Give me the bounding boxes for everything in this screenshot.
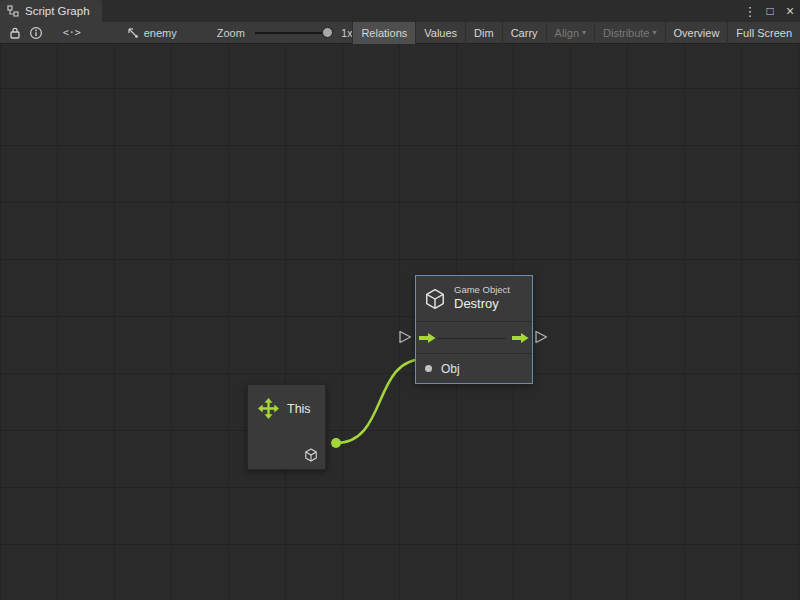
maximize-button[interactable]: □ xyxy=(760,0,780,22)
edge-this-to-destroy[interactable] xyxy=(336,359,424,443)
titlebar-spacer xyxy=(102,0,740,22)
control-output-triangle-port[interactable] xyxy=(536,332,547,343)
dim-button[interactable]: Dim xyxy=(465,22,502,44)
graph-tab-icon xyxy=(7,5,19,17)
values-button[interactable]: Values xyxy=(415,22,465,44)
zoom-label: Zoom xyxy=(217,27,245,39)
this-node-title: This xyxy=(287,402,311,416)
graph-breadcrumb[interactable]: enemy xyxy=(126,26,177,39)
graph-canvas[interactable]: This Game Object Destroy xyxy=(0,44,800,600)
toolbar-buttons: Relations Values Dim Carry Align▾ Distri… xyxy=(352,22,800,44)
obj-input-port[interactable] xyxy=(425,365,432,372)
obj-input-row: Obj xyxy=(416,353,532,383)
align-dropdown-button: Align▾ xyxy=(546,22,594,44)
flow-relation-line xyxy=(437,338,506,339)
destroy-node-supertitle: Game Object xyxy=(454,284,510,296)
carry-button[interactable]: Carry xyxy=(502,22,546,44)
node-this[interactable]: This xyxy=(247,384,326,470)
graph-inspector-toggle-button[interactable]: <·> xyxy=(63,27,88,38)
full-screen-button[interactable]: Full Screen xyxy=(727,22,800,44)
flow-output-arrow-icon[interactable] xyxy=(512,332,529,344)
info-icon xyxy=(29,26,43,40)
graph-name-label: enemy xyxy=(144,27,177,39)
lock-icon xyxy=(9,26,21,40)
window-menu-button[interactable]: ⋮ xyxy=(740,0,760,22)
edges-layer xyxy=(0,44,800,600)
this-output-cube[interactable] xyxy=(304,448,318,462)
this-node-header: This xyxy=(248,385,325,419)
zoom-slider[interactable] xyxy=(255,22,333,44)
control-input-triangle-port[interactable] xyxy=(400,332,411,343)
close-button[interactable]: × xyxy=(780,0,800,22)
overview-button[interactable]: Overview xyxy=(665,22,728,44)
zoom-value: 1x xyxy=(341,27,352,39)
titlebar: Script Graph ⋮ □ × xyxy=(0,0,800,22)
tab-label: Script Graph xyxy=(25,5,90,17)
lock-button[interactable] xyxy=(4,22,25,44)
info-button[interactable] xyxy=(25,22,46,44)
this-output-port[interactable] xyxy=(331,438,341,448)
flow-input-arrow-icon[interactable] xyxy=(419,332,436,344)
relations-button[interactable]: Relations xyxy=(352,22,415,44)
node-destroy[interactable]: Game Object Destroy Obj xyxy=(415,275,533,384)
move-arrows-icon xyxy=(258,398,279,419)
graph-pointer-icon xyxy=(126,26,139,39)
destroy-node-title: Destroy xyxy=(454,296,510,312)
distribute-dropdown-button: Distribute▾ xyxy=(594,22,664,44)
toolbar: <·> enemy Zoom 1x Relations Values Dim C… xyxy=(0,22,800,44)
tab-script-graph[interactable]: Script Graph xyxy=(0,0,102,22)
cube-icon xyxy=(304,448,318,465)
zoom-slider-knob[interactable] xyxy=(322,27,333,38)
destroy-node-titles: Game Object Destroy xyxy=(454,284,510,312)
script-graph-window: Script Graph ⋮ □ × <·> enemy Zoom xyxy=(0,0,800,600)
destroy-node-header: Game Object Destroy xyxy=(416,276,532,321)
chevron-down-icon: ▾ xyxy=(582,29,586,37)
chevron-down-icon: ▾ xyxy=(653,29,657,37)
control-flow-row xyxy=(416,321,532,353)
cube-icon xyxy=(424,288,446,310)
obj-input-label: Obj xyxy=(441,362,460,376)
